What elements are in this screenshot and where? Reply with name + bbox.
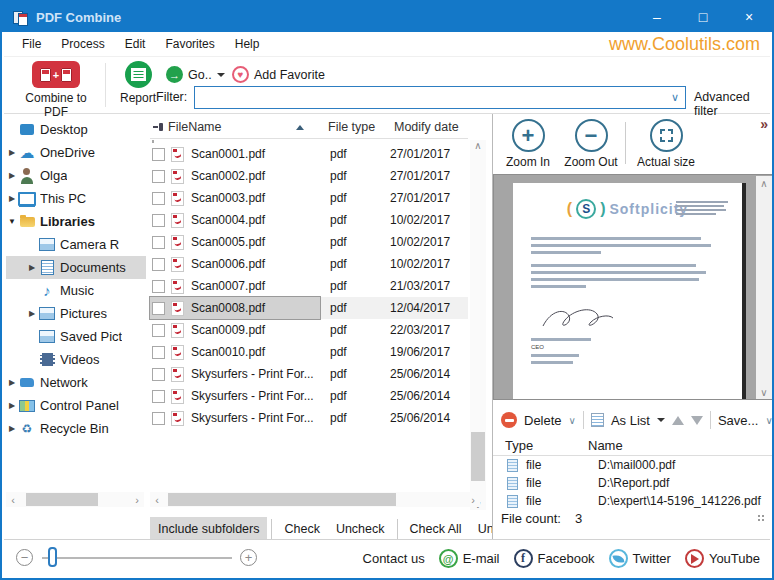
tree-item[interactable]: Music <box>6 279 146 302</box>
list-action-button[interactable]: Check All <box>402 517 470 541</box>
list-action-button[interactable]: Uncheck <box>328 517 393 541</box>
file-checkbox[interactable] <box>152 192 165 205</box>
file-checkbox[interactable] <box>152 170 165 183</box>
tree-item[interactable]: Saved Pict <box>6 325 146 348</box>
tree-item[interactable]: Videos <box>6 348 146 371</box>
file-name-cell[interactable]: Scan0003.pdf <box>150 187 320 209</box>
file-list-header[interactable]: FileName File type Modify date <box>150 116 468 139</box>
tree-item[interactable]: This PC <box>6 187 146 210</box>
maximize-button[interactable]: □ <box>680 2 726 32</box>
menu-item[interactable]: Process <box>51 33 114 55</box>
minimize-button[interactable]: – <box>634 2 680 32</box>
scroll-left-icon[interactable]: ‹ <box>150 494 164 506</box>
file-row[interactable]: Scan0008.pdf pdf 12/04/2017 <box>150 297 468 319</box>
filter-input[interactable] <box>195 87 671 108</box>
expand-arrow-icon[interactable] <box>26 309 38 318</box>
file-name-cell[interactable]: Scan0001.pdf <box>150 143 320 165</box>
slider-thumb[interactable] <box>48 547 57 567</box>
preview-vertical-scrollbar[interactable]: ∧ ∨ <box>756 176 772 400</box>
website-link[interactable]: www.Coolutils.com <box>609 34 760 55</box>
file-row[interactable]: Scan0007.pdf pdf 21/03/2017 <box>150 275 468 297</box>
file-checkbox[interactable] <box>152 368 165 381</box>
toolbar-overflow-icon[interactable]: » <box>760 116 768 132</box>
file-row[interactable]: Scan0001.pdf pdf 27/01/2017 <box>150 143 468 165</box>
as-list-caret[interactable] <box>657 418 665 422</box>
list-action-button[interactable]: Check <box>276 517 327 541</box>
tree-item[interactable]: OneDrive <box>6 141 146 164</box>
slider-plus-icon[interactable]: + <box>240 549 257 566</box>
move-up-icon[interactable] <box>672 416 684 425</box>
output-row[interactable]: file D:\mail000.pdf <box>493 456 774 474</box>
tree-item[interactable]: Recycle Bin <box>6 417 146 440</box>
document-preview[interactable]: (S) Softplicity <box>493 174 774 400</box>
scroll-up-icon[interactable]: ∧ <box>756 178 772 189</box>
file-row[interactable]: Skysurfers - Print For... pdf 25/06/2014 <box>150 407 468 429</box>
slider-track[interactable] <box>42 557 232 559</box>
expand-arrow-icon[interactable] <box>6 148 18 157</box>
file-row[interactable]: Skysurfers - Print For... pdf 25/06/2014 <box>150 363 468 385</box>
move-down-icon[interactable] <box>691 416 703 425</box>
list-action-button[interactable]: Include subfolders <box>150 517 267 541</box>
zoom-out-button[interactable]: − Zoom Out <box>559 119 623 169</box>
file-checkbox[interactable] <box>152 412 165 425</box>
footer-link[interactable]: E-mail <box>439 549 500 568</box>
file-list-horizontal-scrollbar[interactable]: ‹ › <box>150 492 480 507</box>
scroll-down-icon[interactable]: ∨ <box>756 387 772 398</box>
close-button[interactable]: × <box>726 2 772 32</box>
tree-item[interactable]: Pictures <box>6 302 146 325</box>
output-table-header[interactable]: Type Name <box>493 436 774 456</box>
expand-arrow-icon[interactable] <box>6 171 18 180</box>
scroll-right-icon[interactable]: › <box>130 494 144 506</box>
pin-icon[interactable] <box>153 123 164 132</box>
filter-combobox[interactable]: ∨ <box>194 86 686 109</box>
go-dropdown-caret[interactable] <box>217 73 225 77</box>
file-checkbox[interactable] <box>152 346 165 359</box>
file-checkbox[interactable] <box>152 236 165 249</box>
save-button[interactable]: Save... <box>718 413 758 428</box>
file-name-cell[interactable]: Scan0002.pdf <box>150 165 320 187</box>
file-row[interactable]: Scan0003.pdf pdf 27/01/2017 <box>150 187 468 209</box>
expand-arrow-icon[interactable] <box>6 378 18 387</box>
footer-link[interactable]: YouTube <box>685 549 760 568</box>
expand-arrow-icon[interactable] <box>26 263 38 272</box>
delete-button[interactable]: Delete <box>524 413 562 428</box>
file-checkbox[interactable] <box>152 258 165 271</box>
file-checkbox[interactable] <box>152 148 165 161</box>
list-action-button[interactable]: Unche <box>470 517 492 541</box>
file-checkbox[interactable] <box>152 280 165 293</box>
menu-item[interactable]: Favorites <box>155 33 224 55</box>
output-row[interactable]: file D:\Report.pdf <box>493 474 774 492</box>
scroll-left-icon[interactable]: ‹ <box>6 494 20 506</box>
actual-size-button[interactable]: Actual size <box>631 119 701 169</box>
scrollbar-thumb[interactable] <box>471 432 485 481</box>
footer-link[interactable]: Twitter <box>609 549 671 568</box>
expand-arrow-icon[interactable] <box>6 401 18 410</box>
resize-grip[interactable] <box>757 514 766 523</box>
file-name-cell[interactable]: Scan0004.pdf <box>150 209 320 231</box>
expand-arrow-icon[interactable] <box>6 424 18 433</box>
column-filename[interactable]: FileName <box>168 120 296 134</box>
file-row[interactable]: Scan0002.pdf pdf 27/01/2017 <box>150 165 468 187</box>
filter-dropdown-chevron[interactable]: ∨ <box>671 91 685 104</box>
menu-item[interactable]: Help <box>225 33 270 55</box>
scrollbar-thumb[interactable] <box>26 493 98 506</box>
file-name-cell[interactable]: Scan0010.pdf <box>150 341 320 363</box>
tree-item[interactable]: Olga <box>6 164 146 187</box>
column-filetype[interactable]: File type <box>328 120 394 134</box>
file-name-cell[interactable]: Scan0008.pdf <box>150 297 320 319</box>
contact-us-link[interactable]: Contact us <box>363 551 425 566</box>
file-name-cell[interactable]: Skysurfers - Print For... <box>150 385 320 407</box>
file-checkbox[interactable] <box>152 324 165 337</box>
tree-item[interactable]: Desktop <box>6 118 146 141</box>
as-list-button[interactable]: As List <box>611 413 650 428</box>
file-checkbox[interactable] <box>152 214 165 227</box>
sidebar-horizontal-scrollbar[interactable]: ‹ › <box>6 492 144 507</box>
file-name-cell[interactable]: Scan0006.pdf <box>150 253 320 275</box>
expand-arrow-icon[interactable] <box>6 194 18 203</box>
menu-item[interactable]: File <box>12 33 51 55</box>
scroll-up-icon[interactable]: ∧ <box>470 140 486 151</box>
file-row[interactable]: Scan0009.pdf pdf 22/03/2017 <box>150 319 468 341</box>
file-name-cell[interactable]: Skysurfers - Print For... <box>150 407 320 429</box>
file-row[interactable]: Scan0004.pdf pdf 10/02/2017 <box>150 209 468 231</box>
tree-item[interactable]: Control Panel <box>6 394 146 417</box>
